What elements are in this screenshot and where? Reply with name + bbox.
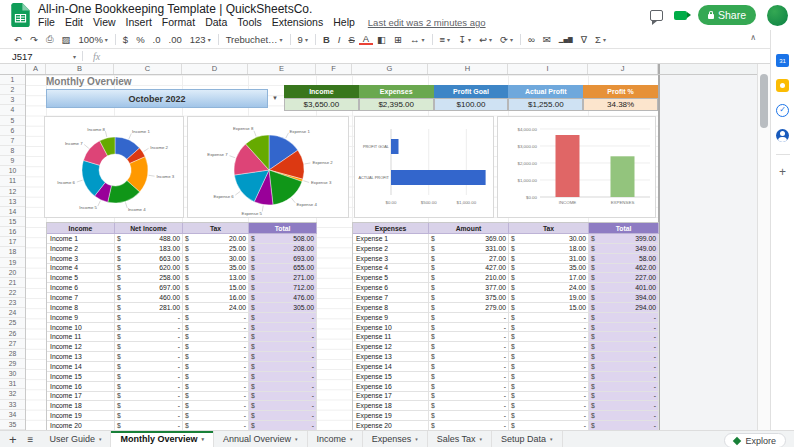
- row-header-27[interactable]: 27: [0, 339, 25, 349]
- column-header-i[interactable]: I: [508, 64, 588, 74]
- explore-button[interactable]: Explore: [724, 433, 786, 447]
- tab-menu-caret-icon[interactable]: ▾: [202, 436, 205, 442]
- menu-insert[interactable]: Insert: [121, 16, 157, 28]
- menu-extensions[interactable]: Extensions: [267, 16, 328, 28]
- expense-row-10-name-cell[interactable]: Expense 10: [353, 323, 429, 333]
- income-expense-bar-chart[interactable]: $0.00$1,000.00$2,000.00$3,000.00$4,000.0…: [497, 116, 656, 218]
- expense-row-9-cell-2[interactable]: $-: [509, 313, 589, 323]
- expense-header-expenses[interactable]: Expenses: [353, 223, 429, 234]
- expense-header-total[interactable]: Total: [589, 223, 659, 234]
- row-header-11[interactable]: 11: [0, 176, 25, 186]
- expense-row-15-name-cell[interactable]: Expense 15: [353, 372, 429, 382]
- bold-icon[interactable]: B: [319, 34, 334, 45]
- sheet-tab-expenses[interactable]: Expenses▾: [363, 431, 428, 447]
- income-row-5-cell-3[interactable]: $271.00: [249, 273, 317, 283]
- expense-row-5-cell-1[interactable]: $210.00: [429, 273, 509, 283]
- expense-row-3-name-cell[interactable]: Expense 3: [353, 254, 429, 264]
- meet-presentation-icon[interactable]: [674, 11, 687, 20]
- vertical-align-icon[interactable]: ↧: [454, 34, 475, 45]
- income-row-5-cell-2[interactable]: $13.00: [183, 273, 249, 283]
- income-header-income[interactable]: Income: [47, 223, 115, 234]
- row-header-33[interactable]: 33: [0, 400, 25, 410]
- functions-icon[interactable]: Σ: [591, 34, 610, 45]
- income-row-8-name-cell[interactable]: Income 8: [47, 303, 115, 313]
- income-row-1-name-cell[interactable]: Income 1: [47, 234, 115, 244]
- expense-row-14-cell-1[interactable]: $-: [429, 362, 509, 372]
- expense-row-12-name-cell[interactable]: Expense 12: [353, 342, 429, 352]
- income-row-14-name-cell[interactable]: Income 14: [47, 362, 115, 372]
- expense-row-18-name-cell[interactable]: Expense 18: [353, 401, 429, 411]
- column-header-e[interactable]: E: [248, 64, 316, 74]
- strikethrough-icon[interactable]: S: [344, 34, 358, 45]
- expense-row-20-cell-2[interactable]: $-: [509, 421, 589, 430]
- tab-menu-caret-icon[interactable]: ▾: [415, 436, 418, 442]
- income-row-4-cell-1[interactable]: $620.00: [115, 264, 183, 274]
- income-row-9-cell-1[interactable]: $-: [115, 313, 183, 323]
- row-header-32[interactable]: 32: [0, 389, 25, 399]
- column-header-j[interactable]: J: [588, 64, 658, 74]
- menu-data[interactable]: Data: [200, 16, 232, 28]
- calendar-icon[interactable]: 31: [776, 54, 789, 67]
- expense-row-7-cell-3[interactable]: $394.00: [589, 293, 659, 303]
- expense-row-8-cell-1[interactable]: $279.00: [429, 303, 509, 313]
- row-header-18[interactable]: 18: [0, 247, 25, 257]
- expense-row-17-cell-1[interactable]: $-: [429, 392, 509, 402]
- income-row-13-cell-2[interactable]: $-: [183, 352, 249, 362]
- expense-row-7-cell-2[interactable]: $19.00: [509, 293, 589, 303]
- vertical-scrollbar[interactable]: [757, 64, 770, 430]
- redo-icon[interactable]: ↷: [26, 34, 42, 45]
- row-header-3[interactable]: 3: [0, 95, 25, 105]
- expense-row-9-name-cell[interactable]: Expense 9: [353, 313, 429, 323]
- insert-link-icon[interactable]: ∞: [524, 34, 539, 45]
- card-actual-profit-value[interactable]: $1,255.00: [508, 98, 583, 111]
- expense-row-4-cell-3[interactable]: $462.00: [589, 264, 659, 274]
- expense-row-5-cell-2[interactable]: $17.00: [509, 273, 589, 283]
- expense-row-15-cell-2[interactable]: $-: [509, 372, 589, 382]
- income-row-18-cell-1[interactable]: $-: [115, 401, 183, 411]
- income-row-18-cell-2[interactable]: $-: [183, 401, 249, 411]
- card-profit-goal-value[interactable]: $100.00: [434, 98, 509, 111]
- income-row-4-cell-3[interactable]: $655.00: [249, 264, 317, 274]
- expense-row-18-cell-1[interactable]: $-: [429, 401, 509, 411]
- income-row-19-cell-3[interactable]: $-: [249, 411, 317, 421]
- income-row-18-cell-3[interactable]: $-: [249, 401, 317, 411]
- expense-row-11-cell-1[interactable]: $-: [429, 332, 509, 342]
- insert-chart-icon[interactable]: ▂▅▇: [555, 36, 577, 43]
- expense-row-20-name-cell[interactable]: Expense 20: [353, 421, 429, 430]
- income-row-12-cell-3[interactable]: $-: [249, 342, 317, 352]
- expense-row-2-cell-1[interactable]: $331.00: [429, 244, 509, 254]
- get-addons-icon[interactable]: +: [779, 167, 786, 177]
- income-row-5-cell-1[interactable]: $258.00: [115, 273, 183, 283]
- expense-row-16-cell-3[interactable]: $-: [589, 382, 659, 392]
- column-header-a[interactable]: A: [26, 64, 46, 74]
- row-header-6[interactable]: 6: [0, 126, 25, 136]
- income-row-9-cell-3[interactable]: $-: [249, 313, 317, 323]
- income-row-3-cell-3[interactable]: $693.00: [249, 254, 317, 264]
- expense-row-6-name-cell[interactable]: Expense 6: [353, 283, 429, 293]
- comment-history-icon[interactable]: [650, 10, 663, 21]
- row-header-1[interactable]: 1: [0, 75, 25, 85]
- expense-row-8-cell-2[interactable]: $15.00: [509, 303, 589, 313]
- column-header-g[interactable]: G: [352, 64, 428, 74]
- font-select[interactable]: Trebuchet…: [222, 34, 287, 45]
- row-header-5[interactable]: 5: [0, 116, 25, 126]
- expense-row-1-cell-1[interactable]: $369.00: [429, 234, 509, 244]
- card-expenses-value[interactable]: $2,395.00: [359, 98, 434, 111]
- menu-format[interactable]: Format: [157, 16, 200, 28]
- income-row-4-name-cell[interactable]: Income 4: [47, 264, 115, 274]
- zoom-select[interactable]: 100%: [75, 34, 112, 45]
- row-header-12[interactable]: 12: [0, 187, 25, 197]
- income-row-14-cell-3[interactable]: $-: [249, 362, 317, 372]
- row-header-29[interactable]: 29: [0, 359, 25, 369]
- income-row-6-name-cell[interactable]: Income 6: [47, 283, 115, 293]
- name-box[interactable]: J517 ▾: [0, 51, 82, 62]
- undo-icon[interactable]: ↶: [10, 34, 26, 45]
- tab-menu-caret-icon[interactable]: ▾: [295, 436, 298, 442]
- italic-icon[interactable]: I: [334, 34, 345, 45]
- income-row-12-cell-2[interactable]: $-: [183, 342, 249, 352]
- sheet-dashboard-title[interactable]: Monthly Overview: [46, 76, 132, 87]
- expense-row-3-cell-1[interactable]: $27.00: [429, 254, 509, 264]
- income-row-20-cell-1[interactable]: $-: [115, 421, 183, 430]
- formula-input[interactable]: [112, 49, 770, 63]
- borders-icon[interactable]: ⊞: [390, 34, 406, 45]
